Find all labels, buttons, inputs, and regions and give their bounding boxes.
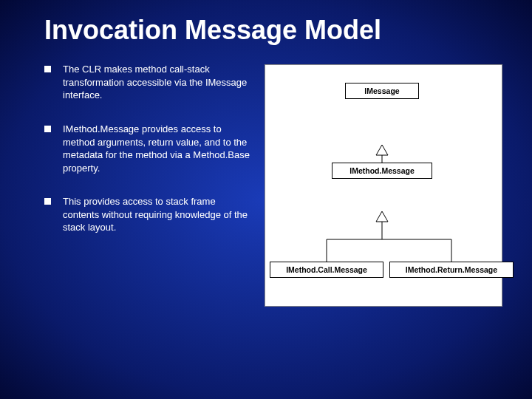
diagram-box-imessage: IMessage (345, 83, 419, 99)
bullet-text: This provides access to stack frame cont… (63, 195, 251, 234)
list-item: IMethod.Message provides access to metho… (44, 123, 251, 174)
bullet-icon (44, 66, 51, 72)
bullet-text: The CLR makes method call-stack transfor… (63, 63, 251, 102)
svg-marker-2 (376, 211, 388, 222)
bullet-list: The CLR makes method call-stack transfor… (44, 63, 251, 307)
diagram-box-return-message: IMethod.Return.Message (389, 262, 514, 278)
list-item: This provides access to stack frame cont… (44, 195, 251, 234)
diagram-box-imethodmessage: IMethod.Message (332, 163, 432, 179)
slide: Invocation Message Model The CLR makes m… (0, 0, 532, 399)
slide-title: Invocation Message Model (44, 15, 502, 45)
diagram-box-call-message: IMethod.Call.Message (270, 262, 383, 278)
bullet-text: IMethod.Message provides access to metho… (63, 123, 251, 174)
slide-content: The CLR makes method call-stack transfor… (44, 63, 502, 307)
list-item: The CLR makes method call-stack transfor… (44, 63, 251, 102)
svg-marker-0 (376, 145, 388, 155)
bullet-icon (44, 198, 51, 205)
inheritance-arrow-icon (375, 102, 389, 163)
inheritance-arrow-icon (265, 182, 516, 262)
uml-diagram: IMessage IMethod.Message IMethod.Call.Me… (265, 64, 502, 307)
bullet-icon (44, 126, 51, 132)
